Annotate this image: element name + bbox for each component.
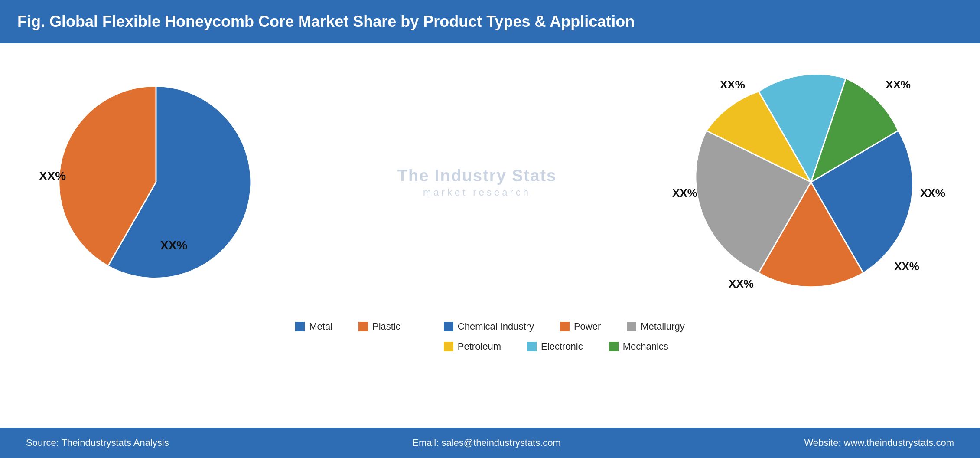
plastic-label: XX% (39, 169, 66, 183)
left-chart-container: XX% XX% (43, 69, 269, 295)
legend-power: Power (560, 321, 601, 332)
electronic-color (527, 342, 537, 351)
plastic-color (358, 322, 368, 331)
electronic-legend-label: Electronic (541, 341, 583, 352)
legend-metallurgy: Metallurgy (627, 321, 684, 332)
product-legend: Metal Plastic (295, 321, 400, 332)
legend-electronic: Electronic (527, 341, 583, 352)
metallurgy-color (627, 322, 636, 331)
metallurgy-label: XX% (894, 260, 919, 273)
watermark: The Industry Stats market research (397, 167, 557, 198)
power-label: XX% (920, 186, 945, 200)
main-body: XX% XX% The Industry Stats market resear… (0, 43, 980, 428)
watermark-line1: The Industry Stats (397, 167, 557, 185)
chemical-label: XX% (886, 78, 911, 92)
page-title: Fig. Global Flexible Honeycomb Core Mark… (17, 13, 635, 31)
application-legend: Chemical Industry Power Metallurgy Petro… (444, 321, 685, 352)
electronic-label: XX% (672, 186, 697, 200)
power-color (560, 322, 570, 331)
footer-email: Email: sales@theindustrystats.com (412, 437, 561, 448)
legend-chemical: Chemical Industry (444, 321, 534, 332)
metal-legend-label: Metal (309, 321, 332, 332)
metal-color (295, 322, 305, 331)
right-chart-container: XX% XX% XX% XX% XX% XX% (685, 56, 937, 308)
power-legend-label: Power (574, 321, 601, 332)
chemical-legend-label: Chemical Industry (458, 321, 534, 332)
watermark-line2: market research (397, 187, 557, 198)
mechanics-label: XX% (720, 78, 745, 92)
watermark-area: The Industry Stats market research (269, 167, 685, 198)
mechanics-legend-label: Mechanics (623, 341, 668, 352)
charts-row: XX% XX% The Industry Stats market resear… (0, 52, 980, 312)
metallurgy-legend-label: Metallurgy (641, 321, 684, 332)
legend-metal: Metal (295, 321, 332, 332)
chemical-color (444, 322, 453, 331)
metal-label: XX% (160, 239, 187, 252)
legend-row: Metal Plastic Chemical Industry Power (295, 321, 685, 352)
petroleum-legend-label: Petroleum (458, 341, 501, 352)
petroleum-color (444, 342, 453, 351)
footer-source: Source: Theindustrystats Analysis (26, 437, 169, 448)
footer-website: Website: www.theindustrystats.com (804, 437, 954, 448)
mechanics-color (609, 342, 619, 351)
page-header: Fig. Global Flexible Honeycomb Core Mark… (0, 0, 980, 43)
legend-plastic: Plastic (358, 321, 400, 332)
legend-petroleum: Petroleum (444, 341, 501, 352)
left-pie-chart (43, 69, 269, 295)
page-footer: Source: Theindustrystats Analysis Email:… (0, 428, 980, 458)
legend-mechanics: Mechanics (609, 341, 668, 352)
plastic-legend-label: Plastic (372, 321, 400, 332)
petroleum-label: XX% (729, 277, 754, 291)
